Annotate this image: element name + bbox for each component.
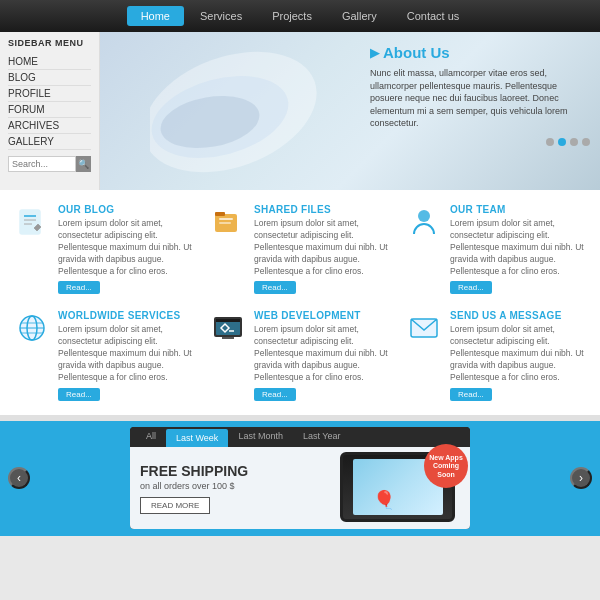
carousel-image: 🎈 New Apps Coming Soon — [340, 452, 460, 524]
services-icon — [14, 310, 50, 346]
sidebar-item-profile[interactable]: PROFILE — [8, 86, 91, 102]
carousel-arrow-right[interactable]: › — [570, 467, 592, 489]
hero-title: ▶ About Us — [370, 44, 590, 61]
search-input[interactable] — [8, 156, 76, 172]
carousel-container: AllLast WeekLast MonthLast Year FREE SHI… — [130, 427, 470, 529]
feature-title-files: SHARED FILES — [254, 204, 390, 215]
feature-text-team: Lorem ipsum dolor sit amet, consectetur … — [450, 218, 586, 277]
feature-webdev: WEB DEVELOPMENT Lorem ipsum dolor sit am… — [210, 310, 390, 404]
sidebar-item-blog[interactable]: BLOG — [8, 70, 91, 86]
sidebar: SIDEBAR MENU HOMEBLOGPROFILEFORUMARCHIVE… — [0, 32, 100, 190]
files-icon — [210, 204, 246, 240]
svg-rect-8 — [215, 212, 225, 216]
hero-dot-1[interactable] — [558, 138, 566, 146]
team-icon — [406, 204, 442, 240]
sidebar-item-gallery[interactable]: GALLERY — [8, 134, 91, 150]
balloon-icon: 🎈 — [373, 489, 395, 511]
sidebar-title: SIDEBAR MENU — [8, 38, 91, 48]
features-grid: OUR BLOG Lorem ipsum dolor sit amet, con… — [14, 204, 586, 405]
hero-area: ▶ About Us Nunc elit massa, ullamcorper … — [100, 32, 600, 190]
bottom-section: ‹ AllLast WeekLast MonthLast Year FREE S… — [0, 421, 600, 536]
feature-files: SHARED FILES Lorem ipsum dolor sit amet,… — [210, 204, 390, 298]
read-more-webdev[interactable]: Read... — [254, 388, 296, 401]
carousel-tab-last-month[interactable]: Last Month — [228, 427, 293, 447]
nav-item-contact-us[interactable]: Contact us — [393, 6, 474, 26]
feature-text-services: Lorem ipsum dolor sit amet, consectetur … — [58, 324, 194, 383]
carousel-main-text: FREE SHIPPING — [140, 463, 330, 480]
sidebar-item-home[interactable]: HOME — [8, 54, 91, 70]
feature-title-blog: OUR BLOG — [58, 204, 194, 215]
message-icon — [406, 310, 442, 346]
carousel-tabs: AllLast WeekLast MonthLast Year — [130, 427, 470, 447]
nav-item-projects[interactable]: Projects — [258, 6, 326, 26]
hero-dots — [370, 138, 590, 146]
read-more-blog[interactable]: Read... — [58, 281, 100, 294]
feature-blog: OUR BLOG Lorem ipsum dolor sit amet, con… — [14, 204, 194, 298]
hero-dot-2[interactable] — [570, 138, 578, 146]
hero-arrow-icon: ▶ — [370, 46, 379, 60]
new-apps-badge: New Apps Coming Soon — [424, 444, 468, 488]
hero-content: ▶ About Us Nunc elit massa, ullamcorper … — [370, 44, 590, 146]
feature-title-team: OUR TEAM — [450, 204, 586, 215]
read-more-message[interactable]: Read... — [450, 388, 492, 401]
feature-services: WORLDWIDE SERVICES Lorem ipsum dolor sit… — [14, 310, 194, 404]
hero-text: Nunc elit massa, ullamcorper vitae eros … — [370, 67, 590, 130]
svg-rect-9 — [219, 218, 233, 220]
carousel-tab-last-week[interactable]: Last Week — [166, 429, 228, 447]
svg-rect-20 — [222, 337, 234, 339]
svg-point-11 — [418, 210, 430, 222]
carousel-tab-all[interactable]: All — [136, 427, 166, 447]
nav-item-home[interactable]: Home — [127, 6, 184, 26]
read-more-team[interactable]: Read... — [450, 281, 492, 294]
feature-team: OUR TEAM Lorem ipsum dolor sit amet, con… — [406, 204, 586, 298]
features-section: OUR BLOG Lorem ipsum dolor sit amet, con… — [0, 190, 600, 415]
carousel-arrow-left[interactable]: ‹ — [8, 467, 30, 489]
read-more-files[interactable]: Read... — [254, 281, 296, 294]
carousel-read-more-button[interactable]: READ MORE — [140, 497, 210, 514]
feature-title-services: WORLDWIDE SERVICES — [58, 310, 194, 321]
feature-title-webdev: WEB DEVELOPMENT — [254, 310, 390, 321]
svg-rect-10 — [219, 222, 231, 224]
nav-item-services[interactable]: Services — [186, 6, 256, 26]
blog-icon — [14, 204, 50, 240]
read-more-services[interactable]: Read... — [58, 388, 100, 401]
sidebar-menu: HOMEBLOGPROFILEFORUMARCHIVESGALLERY — [8, 54, 91, 150]
nav-item-gallery[interactable]: Gallery — [328, 6, 391, 26]
feature-message: SEND US A MESSAGE Lorem ipsum dolor sit … — [406, 310, 586, 404]
feature-title-message: SEND US A MESSAGE — [450, 310, 586, 321]
hero-title-text: About Us — [383, 44, 450, 61]
nav-items: HomeServicesProjectsGalleryContact us — [10, 6, 590, 26]
search-button[interactable]: 🔍 — [76, 156, 91, 172]
hero-dot-0[interactable] — [546, 138, 554, 146]
carousel-tab-last-year[interactable]: Last Year — [293, 427, 351, 447]
sidebar-item-forum[interactable]: FORUM — [8, 102, 91, 118]
sidebar-item-archives[interactable]: ARCHIVES — [8, 118, 91, 134]
feature-text-files: Lorem ipsum dolor sit amet, consectetur … — [254, 218, 390, 277]
carousel-text-area: FREE SHIPPING on all orders over 100 $ R… — [140, 463, 330, 515]
feature-text-webdev: Lorem ipsum dolor sit amet, consectetur … — [254, 324, 390, 383]
carousel-sub-text: on all orders over 100 $ — [140, 481, 330, 491]
hero-dot-3[interactable] — [582, 138, 590, 146]
webdev-icon — [210, 310, 246, 346]
top-nav: HomeServicesProjectsGalleryContact us — [0, 0, 600, 32]
svg-rect-19 — [216, 319, 240, 322]
feature-text-message: Lorem ipsum dolor sit amet, consectetur … — [450, 324, 586, 383]
hero-decoration — [150, 42, 350, 182]
carousel-content: FREE SHIPPING on all orders over 100 $ R… — [130, 447, 470, 529]
feature-text-blog: Lorem ipsum dolor sit amet, consectetur … — [58, 218, 194, 277]
